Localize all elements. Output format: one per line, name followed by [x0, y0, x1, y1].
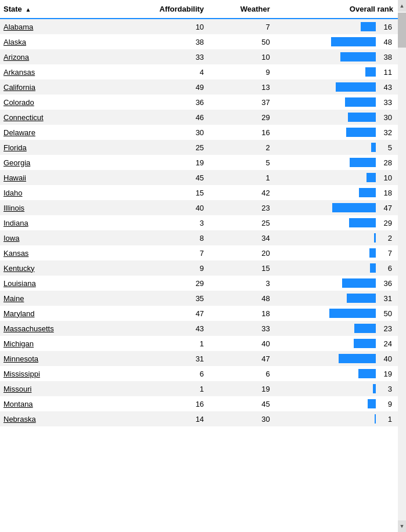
- table-row: Arizona331038: [0, 49, 398, 64]
- state-cell[interactable]: Montana: [0, 396, 123, 411]
- weather-cell: 7: [207, 19, 274, 34]
- table-row: Indiana32529: [0, 215, 398, 230]
- rank-bar: [349, 218, 376, 227]
- weather-cell: 48: [207, 291, 274, 306]
- weather-cell: 37: [207, 95, 274, 110]
- table-row: Hawaii45110: [0, 170, 398, 185]
- affordability-cell: 31: [123, 351, 207, 366]
- rank-cell: 18: [274, 185, 398, 200]
- weather-header-label: Weather: [240, 5, 270, 13]
- weather-cell: 16: [207, 125, 274, 140]
- state-cell[interactable]: Kentucky: [0, 260, 123, 276]
- rank-cell: 33: [274, 95, 398, 110]
- weather-cell: 23: [207, 200, 274, 215]
- rank-bar: [345, 97, 376, 107]
- weather-cell: 34: [207, 230, 274, 245]
- state-cell[interactable]: Arkansas: [0, 64, 123, 79]
- states-table: State ▲ Affordability Weather Overall ra…: [0, 0, 398, 426]
- weather-cell: 47: [207, 351, 274, 366]
- affordability-cell: 15: [123, 185, 207, 200]
- rank-number: 28: [378, 158, 392, 167]
- weather-cell: 10: [207, 49, 274, 64]
- state-cell[interactable]: Maryland: [0, 306, 123, 321]
- weather-column-header[interactable]: Weather: [207, 0, 274, 19]
- weather-cell: 18: [207, 306, 274, 321]
- rank-bar: [358, 369, 376, 378]
- state-cell[interactable]: Mississippi: [0, 366, 123, 381]
- state-cell[interactable]: Missouri: [0, 381, 123, 396]
- rank-bar: [354, 324, 376, 333]
- affordability-cell: 33: [123, 49, 207, 64]
- rank-cell: 1: [274, 411, 398, 426]
- state-cell[interactable]: Colorado: [0, 95, 123, 110]
- weather-cell: 45: [207, 396, 274, 411]
- affordability-cell: 3: [123, 215, 207, 230]
- rank-number: 7: [378, 249, 392, 258]
- weather-cell: 6: [207, 366, 274, 381]
- rank-cell: 28: [274, 155, 398, 170]
- state-cell[interactable]: Iowa: [0, 230, 123, 245]
- rank-cell: 30: [274, 110, 398, 125]
- affordability-cell: 43: [123, 321, 207, 336]
- state-cell[interactable]: Kansas: [0, 245, 123, 260]
- affordability-cell: 9: [123, 260, 207, 276]
- state-cell[interactable]: Minnesota: [0, 351, 123, 366]
- rank-bar: [354, 339, 376, 348]
- table-row: Idaho154218: [0, 185, 398, 200]
- rank-bar: [332, 203, 376, 212]
- affordability-cell: 4: [123, 64, 207, 79]
- rank-number: 30: [378, 113, 392, 122]
- rank-number: 10: [378, 173, 392, 182]
- state-cell[interactable]: Michigan: [0, 336, 123, 351]
- rank-cell: 6: [274, 260, 398, 276]
- weather-cell: 25: [207, 215, 274, 230]
- state-cell[interactable]: Massachusetts: [0, 321, 123, 336]
- state-cell[interactable]: Delaware: [0, 125, 123, 140]
- table-row: Missouri1193: [0, 381, 398, 396]
- overall-rank-column-header[interactable]: Overall rank: [274, 0, 398, 19]
- rank-number: 48: [378, 38, 392, 46]
- affordability-cell: 49: [123, 79, 207, 95]
- state-cell[interactable]: Arizona: [0, 49, 123, 64]
- rank-cell: 10: [274, 170, 398, 185]
- rank-cell: 36: [274, 276, 398, 291]
- affordability-cell: 30: [123, 125, 207, 140]
- weather-cell: 50: [207, 34, 274, 49]
- rank-cell: 40: [274, 351, 398, 366]
- state-cell[interactable]: Georgia: [0, 155, 123, 170]
- state-cell[interactable]: Idaho: [0, 185, 123, 200]
- state-cell[interactable]: Indiana: [0, 215, 123, 230]
- scrollbar-down-button[interactable]: ▼: [398, 520, 406, 532]
- rank-number: 2: [378, 234, 392, 243]
- rank-number: 50: [378, 309, 392, 318]
- table-row: Louisiana29336: [0, 276, 398, 291]
- rank-number: 1: [378, 415, 392, 424]
- state-cell[interactable]: Maine: [0, 291, 123, 306]
- state-column-header[interactable]: State ▲: [0, 0, 123, 19]
- table-container: State ▲ Affordability Weather Overall ra…: [0, 0, 406, 532]
- state-cell[interactable]: Louisiana: [0, 276, 123, 291]
- affordability-cell: 1: [123, 336, 207, 351]
- rank-bar: [340, 52, 376, 61]
- table-row: Michigan14024: [0, 336, 398, 351]
- state-cell[interactable]: Nebraska: [0, 411, 123, 426]
- affordability-cell: 16: [123, 396, 207, 411]
- state-cell[interactable]: Florida: [0, 140, 123, 155]
- affordability-cell: 36: [123, 95, 207, 110]
- scrollbar: ▲ ▼: [398, 0, 406, 532]
- table-row: Nebraska14301: [0, 411, 398, 426]
- affordability-column-header[interactable]: Affordability: [123, 0, 207, 19]
- state-cell[interactable]: Alaska: [0, 34, 123, 49]
- rank-bar: [369, 248, 376, 258]
- state-cell[interactable]: California: [0, 79, 123, 95]
- state-cell[interactable]: Alabama: [0, 19, 123, 34]
- scrollbar-up-button[interactable]: ▲: [398, 0, 406, 12]
- scrollbar-thumb[interactable]: [398, 13, 406, 48]
- state-cell[interactable]: Illinois: [0, 200, 123, 215]
- state-cell[interactable]: Connecticut: [0, 110, 123, 125]
- state-cell[interactable]: Hawaii: [0, 170, 123, 185]
- rank-cell: 23: [274, 321, 398, 336]
- affordability-cell: 47: [123, 306, 207, 321]
- affordability-cell: 7: [123, 245, 207, 260]
- rank-bar: [339, 354, 376, 363]
